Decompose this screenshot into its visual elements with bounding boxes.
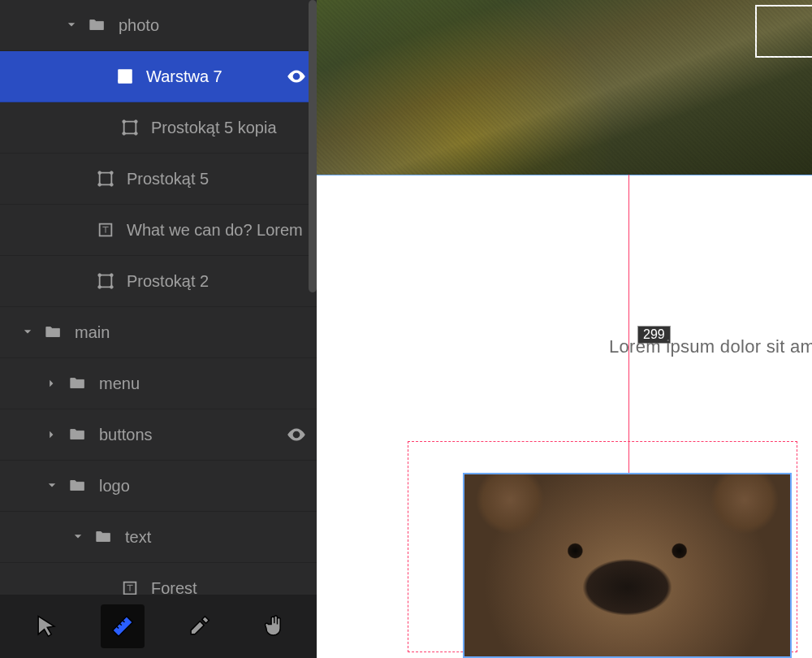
ruler-tool[interactable] xyxy=(101,604,145,648)
layer-label: menu xyxy=(99,374,317,393)
layer-label: Warstwa 7 xyxy=(146,67,276,86)
canvas-background-photo xyxy=(317,0,812,175)
expand-toggle-icon[interactable] xyxy=(44,429,60,440)
expand-toggle-icon[interactable] xyxy=(70,531,86,543)
layer-label: Prostokąt 2 xyxy=(127,272,317,291)
expand-toggle-icon[interactable] xyxy=(44,378,60,389)
canvas[interactable]: 299 Lorem ipsum dolor sit amet xyxy=(317,0,812,658)
layer-row[interactable]: What we can do? Lorem xyxy=(0,205,317,256)
layer-row[interactable]: logo xyxy=(0,461,317,512)
layer-row[interactable]: Forest xyxy=(0,563,317,595)
layer-label: Prostokąt 5 kopia xyxy=(151,119,317,137)
layer-label: text xyxy=(125,528,317,547)
layer-row[interactable]: text xyxy=(0,512,317,563)
expand-toggle-icon[interactable] xyxy=(44,480,60,491)
layer-label: buttons xyxy=(99,426,276,444)
tools-toolbar xyxy=(0,595,317,658)
text-icon xyxy=(120,578,140,595)
bear-image-layer[interactable] xyxy=(463,473,792,658)
folder-icon xyxy=(94,527,114,547)
hand-tool[interactable] xyxy=(253,604,297,648)
folder-icon xyxy=(68,425,88,444)
layer-label: Forest xyxy=(151,579,317,595)
layer-row[interactable]: photo xyxy=(0,0,317,51)
folder-icon xyxy=(44,323,63,342)
layer-row[interactable]: menu xyxy=(0,358,317,409)
layer-row[interactable]: main xyxy=(0,307,317,358)
layer-row[interactable]: Warstwa 7 xyxy=(0,51,317,102)
layer-row[interactable]: Prostokąt 2 xyxy=(0,256,317,307)
layers-sidebar: photoWarstwa 7Prostokąt 5 kopiaProstokąt… xyxy=(0,0,317,658)
folder-icon xyxy=(88,15,107,35)
shape-icon xyxy=(96,271,115,291)
eyedrop-tool[interactable] xyxy=(177,604,221,648)
folder-icon xyxy=(68,476,88,496)
text-icon xyxy=(96,220,115,240)
layer-label: main xyxy=(75,323,317,342)
expand-toggle-icon[interactable] xyxy=(63,19,80,31)
layer-label: photo xyxy=(119,16,317,35)
shape-icon xyxy=(96,169,115,188)
layer-row[interactable]: buttons xyxy=(0,409,317,461)
shape-icon xyxy=(120,118,140,137)
lorem-text: Lorem ipsum dolor sit amet xyxy=(609,336,812,357)
folder-icon xyxy=(68,374,88,393)
visibility-eye-icon[interactable] xyxy=(276,424,317,445)
layer-label: Prostokąt 5 xyxy=(127,170,317,188)
expand-toggle-icon[interactable] xyxy=(19,327,36,338)
layer-row[interactable]: Prostokąt 5 kopia xyxy=(0,102,317,154)
layers-scrollbar[interactable] xyxy=(309,0,317,292)
layer-label: logo xyxy=(99,477,317,496)
image-icon xyxy=(115,67,135,86)
pointer-tool[interactable] xyxy=(24,604,68,648)
layer-row[interactable]: Prostokąt 5 xyxy=(0,154,317,205)
layer-label: What we can do? Lorem xyxy=(127,221,317,240)
navigator-viewport-box[interactable] xyxy=(755,5,812,58)
layers-list: photoWarstwa 7Prostokąt 5 kopiaProstokąt… xyxy=(0,0,317,595)
